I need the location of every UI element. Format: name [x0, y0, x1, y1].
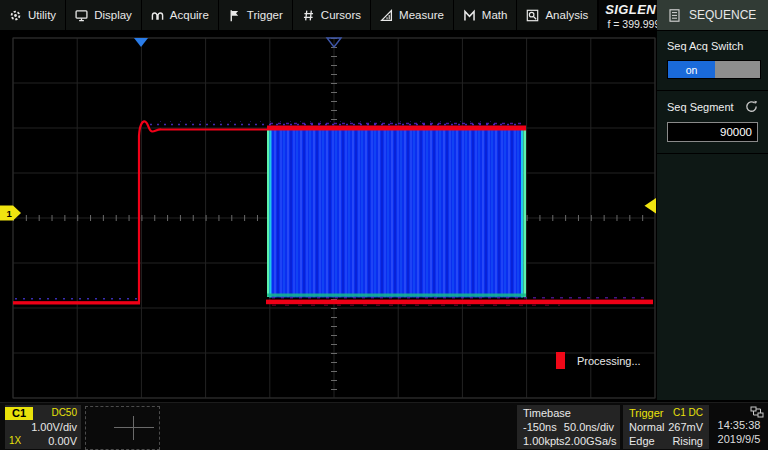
processing-label: Processing...: [577, 355, 641, 367]
monitor-icon: [75, 9, 88, 22]
flag-icon: [228, 9, 241, 22]
menu-item-label: Analysis: [545, 9, 588, 21]
sequence-dialog-header[interactable]: SEQUENCE: [657, 0, 768, 31]
menu-item-label: Math: [482, 9, 508, 21]
lan-icon: [750, 406, 764, 418]
trigger-source: C1 DC: [673, 406, 703, 420]
seq-acq-switch-toggle[interactable]: on: [667, 60, 761, 79]
trigger-level: 267mV: [668, 420, 703, 434]
menu-item-trigger[interactable]: Trigger: [219, 0, 293, 30]
channel1-offset: 0.00V: [48, 434, 77, 448]
magnifier-chart-icon: [526, 9, 539, 22]
seq-acq-switch-section: Seq Acq Switch on: [657, 31, 768, 91]
seq-acq-switch-label: Seq Acq Switch: [667, 40, 758, 52]
toggle-off-state: [715, 61, 760, 78]
hash-icon: [302, 9, 315, 22]
waveform-icon: [151, 9, 164, 22]
trigger-slope: Rising: [672, 434, 703, 448]
menu-item-utility[interactable]: Utility: [0, 0, 66, 30]
menu-item-analysis[interactable]: Analysis: [517, 0, 598, 30]
channel1-badge: C1: [5, 407, 33, 420]
channel1-coupling: DC50: [51, 406, 77, 420]
trigger-descriptor-box[interactable]: Trigger C1 DC Normal 267mV Edge Rising: [623, 405, 709, 449]
seq-segment-section: Seq Segment 90000: [657, 91, 768, 154]
seq-segment-label: Seq Segment: [667, 101, 734, 113]
ruler-icon: [380, 9, 393, 22]
siglent-logo: SIGLENT: [605, 2, 664, 17]
trigger-title: Trigger: [629, 406, 663, 420]
timebase-sample-rate: 2.00GSa/s: [565, 434, 617, 448]
seq-segment-input[interactable]: 90000: [667, 122, 758, 142]
timebase-title: Timebase: [523, 406, 571, 420]
processing-indicator: Processing...: [556, 352, 641, 369]
sidebar-title: SEQUENCE: [689, 8, 756, 22]
timebase-delay: -150ns: [523, 420, 557, 434]
menu-item-label: Utility: [28, 9, 56, 21]
channel1-scale: 1.00V/div: [31, 420, 77, 434]
trigger-level-marker[interactable]: [645, 198, 657, 214]
timebase-scale: 50.0ns/div: [564, 420, 614, 434]
gear-icon: [9, 9, 22, 22]
clock-date: 2019/9/5: [712, 432, 766, 446]
refresh-icon[interactable]: [745, 100, 758, 113]
processing-progress-swatch: [556, 352, 565, 369]
list-icon: [669, 9, 680, 22]
menu-item-math[interactable]: Math: [454, 0, 518, 30]
svg-text:1: 1: [7, 208, 13, 219]
menu-item-display[interactable]: Display: [66, 0, 142, 30]
crosshair-icon: [114, 416, 154, 440]
timebase-memory: 1.00kpts: [523, 434, 565, 448]
trigger-type: Edge: [629, 434, 655, 448]
toggle-on-state: on: [668, 61, 715, 78]
oscilloscope-screen: Utility Display Acquire Trigger Cursors: [0, 0, 768, 450]
trigger-mode: Normal: [629, 420, 664, 434]
menu-item-measure[interactable]: Measure: [371, 0, 454, 30]
graticule-and-waveform: 1: [0, 30, 657, 400]
waveform-display-area[interactable]: 1 Processing...: [0, 30, 657, 400]
menu-item-label: Acquire: [170, 9, 209, 21]
trigger-position-marker[interactable]: [134, 38, 148, 47]
menu-item-label: Measure: [399, 9, 444, 21]
menu-bar: Utility Display Acquire Trigger Cursors: [0, 0, 657, 30]
channel1-descriptor-box[interactable]: C1 DC50 1.00V/div 1X 0.00V: [5, 405, 81, 449]
math-icon: [463, 9, 476, 22]
clock-panel: 14:35:38 2019/9/5: [712, 405, 766, 449]
menu-item-label: Trigger: [247, 9, 283, 21]
channel1-probe: 1X: [5, 434, 21, 448]
segment-persistence-block: [267, 124, 526, 298]
sequence-dialog: SEQUENCE Seq Acq Switch on Seq Segment 9…: [657, 0, 768, 400]
menu-item-label: Cursors: [321, 9, 361, 21]
menu-item-cursors[interactable]: Cursors: [293, 0, 371, 30]
status-bar: C1 DC50 1.00V/div 1X 0.00V Timebase -150…: [0, 402, 768, 450]
menu-item-label: Display: [94, 9, 132, 21]
menu-item-acquire[interactable]: Acquire: [142, 0, 219, 30]
clock-time: 14:35:38: [712, 418, 766, 432]
add-channel-placeholder[interactable]: [85, 406, 160, 450]
timebase-descriptor-box[interactable]: Timebase -150ns 50.0ns/div 1.00kpts 2.00…: [517, 405, 620, 449]
